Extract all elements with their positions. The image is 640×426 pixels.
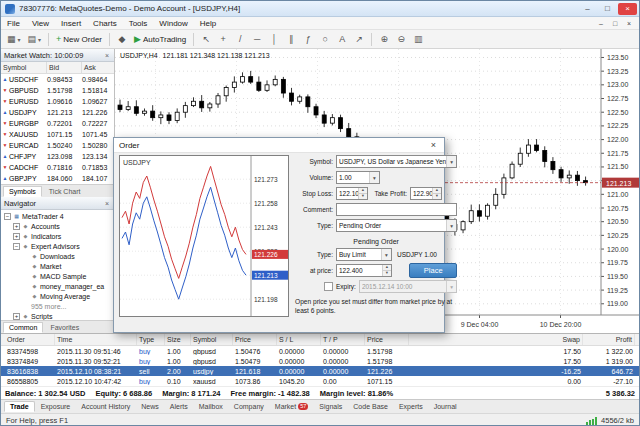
column-header-size[interactable]: Size xyxy=(165,334,191,345)
pending-type-select[interactable]: Buy Limit ▾ xyxy=(336,248,392,261)
terminal-tab-mailbox[interactable]: Mailbox xyxy=(194,402,228,411)
navigator-item[interactable]: −◆Expert Advisors xyxy=(1,241,114,251)
tree-expand-icon[interactable]: + xyxy=(13,223,20,230)
navigator-item[interactable]: 955 more... xyxy=(1,301,114,311)
column-header-price[interactable]: Price xyxy=(365,334,409,345)
toolbar-shapes-button[interactable]: ○ xyxy=(317,32,333,47)
market-watch-tab-tick-chart[interactable]: Tick Chart xyxy=(43,186,87,197)
navigator-tab-common[interactable]: Common xyxy=(3,322,43,333)
terminal-tab-account-history[interactable]: Account History xyxy=(76,402,135,411)
tree-collapse-icon[interactable]: − xyxy=(13,243,20,250)
column-header-swap[interactable]: Swap xyxy=(539,334,583,345)
menu-file[interactable]: File xyxy=(1,19,26,28)
column-symbol[interactable]: Symbol xyxy=(1,62,47,73)
trade-row[interactable]: 865588052015.12.10 10:47:42buy0.10xauusd… xyxy=(1,376,639,386)
spin-down-icon[interactable]: ▾ xyxy=(358,194,367,199)
market-watch-tab-symbols[interactable]: Symbols xyxy=(3,186,42,197)
navigator-item[interactable]: +◆Accounts xyxy=(1,221,114,231)
terminal-tab-alerts[interactable]: Alerts xyxy=(165,402,193,411)
column-header-sl[interactable]: S / L xyxy=(277,334,321,345)
column-header-tp[interactable]: T / P xyxy=(321,334,365,345)
terminal-tab-code-base[interactable]: Code Base xyxy=(348,402,393,411)
toolbar-profiles-button[interactable]: ▤▾ xyxy=(25,32,45,47)
toolbar-horizontal-line-button[interactable]: ─ xyxy=(249,32,265,47)
toolbar-arrows-button[interactable]: ↗ xyxy=(351,32,367,47)
minimize-button[interactable]: – xyxy=(578,3,597,15)
volume-select[interactable]: 1.00 ▾ xyxy=(336,171,380,184)
symbol-select[interactable]: USDJPY, US Dollar vs Japanese Yen ▾ xyxy=(336,155,457,168)
chevron-down-icon[interactable]: ▾ xyxy=(369,172,379,183)
column-header-time[interactable]: Time xyxy=(55,334,137,345)
spin-down-icon[interactable]: ▾ xyxy=(382,271,391,276)
order-type-select[interactable]: Pending Order ▾ xyxy=(336,219,457,232)
close-button[interactable]: × xyxy=(618,3,637,15)
menu-tools[interactable]: Tools xyxy=(123,19,154,28)
trade-row[interactable]: 833745982015.11.30 09:51:46buy1.00gbpusd… xyxy=(1,346,639,356)
navigator-close-icon[interactable]: × xyxy=(103,200,111,207)
market-watch-row[interactable]: ▲USDCHF0.984530.98464 xyxy=(1,74,114,85)
navigator-tab-favorites[interactable]: Favorites xyxy=(44,322,85,333)
trade-row[interactable]: 836168382015.12.10 08:38:21sell2.00usdjp… xyxy=(1,366,639,376)
chevron-down-icon[interactable]: ▾ xyxy=(446,220,456,231)
market-watch-row[interactable]: ▲GBPJPY184.060184.107 xyxy=(1,173,114,184)
navigator-item[interactable]: ◆money_manager_ea xyxy=(1,281,114,291)
at-price-field[interactable]: 122.400 ▴▾ xyxy=(336,264,392,277)
terminal-tab-trade[interactable]: Trade xyxy=(4,401,35,412)
menu-window[interactable]: Window xyxy=(153,19,193,28)
toolbar-vertical-line-button[interactable]: │ xyxy=(266,32,282,47)
market-watch-close-icon[interactable]: × xyxy=(103,52,111,59)
market-watch-row[interactable]: ▲USDJPY121.213121.226 xyxy=(1,107,114,118)
spin-down-icon[interactable]: ▾ xyxy=(432,194,441,199)
chevron-down-icon[interactable]: ▾ xyxy=(381,249,391,260)
chart-close-button[interactable]: × xyxy=(622,18,636,29)
column-bid[interactable]: Bid xyxy=(47,62,82,73)
toolbar-new-chart-button[interactable]: ▦▾ xyxy=(4,32,24,47)
expiry-checkbox[interactable] xyxy=(324,282,333,291)
column-header-profit[interactable]: Profit xyxy=(583,334,635,345)
column-ask[interactable]: Ask xyxy=(82,62,114,73)
place-button[interactable]: Place xyxy=(409,263,457,278)
menu-insert[interactable]: Insert xyxy=(55,19,87,28)
terminal-tab-company[interactable]: Company xyxy=(229,402,269,411)
menu-charts[interactable]: Charts xyxy=(87,19,123,28)
chart-restore-button[interactable]: □ xyxy=(608,18,622,29)
toolbar-trendline-button[interactable]: / xyxy=(232,32,248,47)
market-watch-row[interactable]: ▲CHFJPY123.098123.134 xyxy=(1,151,114,162)
toolbar-channel-button[interactable]: ∥ xyxy=(283,32,299,47)
market-watch-row[interactable]: ▼EURGBP0.722010.72227 xyxy=(1,118,114,129)
toolbar-new-order-button[interactable]: +New Order xyxy=(53,32,105,47)
toolbar-crosshair-button[interactable]: + xyxy=(215,32,231,47)
toolbar-auto-trading-button[interactable]: ▶AutoTrading xyxy=(131,32,189,47)
tree-expand-icon[interactable]: + xyxy=(13,313,20,320)
toolbar-zoom-out-button[interactable]: ⊖ xyxy=(393,32,409,47)
column-header-type[interactable]: Type xyxy=(137,334,165,345)
stop-loss-field[interactable]: 122.100 ▴▾ xyxy=(336,187,368,200)
order-dialog-titlebar[interactable]: Order × xyxy=(114,138,444,153)
navigator-item[interactable]: +◆Scripts xyxy=(1,311,114,320)
toolbar-metaeditor-button[interactable]: ◆ xyxy=(114,32,130,47)
navigator-item[interactable]: ◆Market xyxy=(1,261,114,271)
chevron-down-icon[interactable]: ▾ xyxy=(446,156,456,167)
connection-status[interactable]: 4556/2 kb xyxy=(601,416,634,425)
toolbar-cursor-button[interactable]: ↖ xyxy=(198,32,214,47)
tree-collapse-icon[interactable]: − xyxy=(4,213,11,220)
market-watch-row[interactable]: ▼CADCHF0.718160.71853 xyxy=(1,162,114,173)
order-dialog-close-icon[interactable]: × xyxy=(428,140,439,150)
column-header-symbol[interactable]: Symbol xyxy=(191,334,233,345)
take-profit-field[interactable]: 122.900 ▴▾ xyxy=(410,187,442,200)
navigator-caption[interactable]: Navigator × xyxy=(1,197,114,210)
terminal-tab-journal[interactable]: Journal xyxy=(429,402,462,411)
toolbar-zoom-in-button[interactable]: ⊕ xyxy=(376,32,392,47)
terminal-tab-experts[interactable]: Experts xyxy=(394,402,428,411)
navigator-item[interactable]: +◆Indicators xyxy=(1,231,114,241)
maximize-button[interactable]: □ xyxy=(598,3,617,15)
tree-expand-icon[interactable]: + xyxy=(13,233,20,240)
market-watch-row[interactable]: ▼EURUSD1.096161.09627 xyxy=(1,96,114,107)
terminal-tab-news[interactable]: News xyxy=(136,402,164,411)
toolbar-text-button[interactable]: A xyxy=(334,32,350,47)
market-watch-row[interactable]: ▼GBPUSD1.517981.51814 xyxy=(1,85,114,96)
chart-minimize-button[interactable]: – xyxy=(594,18,608,29)
terminal-tab-market[interactable]: Market57 xyxy=(270,402,314,411)
trade-row[interactable]: 833748492015.11.30 09:52:21buy1.00gbpusd… xyxy=(1,356,639,366)
column-header-order[interactable]: Order xyxy=(5,334,55,345)
